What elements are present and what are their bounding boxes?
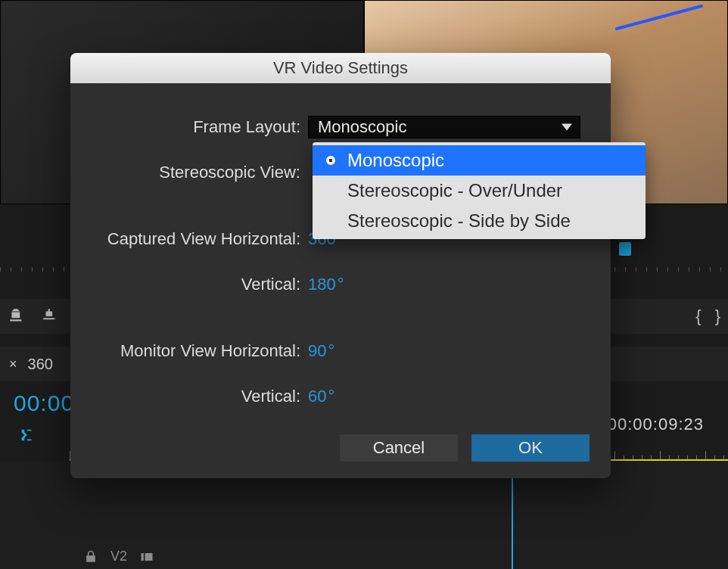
- option-label: Stereoscopic - Side by Side: [347, 210, 571, 232]
- frame-layout-select[interactable]: Monoscopic: [308, 116, 580, 138]
- snap-icon[interactable]: [17, 427, 36, 446]
- monitor-vertical-label: Vertical:: [92, 387, 308, 406]
- toggle-track-output-icon[interactable]: [139, 549, 154, 564]
- ok-button[interactable]: OK: [471, 434, 590, 462]
- chevron-down-icon: [562, 124, 572, 131]
- frame-layout-option[interactable]: Monoscopic: [313, 145, 646, 176]
- captured-horizontal-label: Captured View Horizontal:: [92, 229, 308, 249]
- radio-selected-icon: [326, 156, 335, 165]
- cancel-button[interactable]: Cancel: [340, 434, 458, 462]
- captured-vertical-value[interactable]: 180°: [308, 275, 344, 294]
- monitor-vertical-value[interactable]: 60°: [308, 387, 334, 406]
- frame-layout-selected-value: Monoscopic: [318, 117, 406, 137]
- mark-out-icon[interactable]: }: [715, 306, 720, 326]
- export-frame-icon[interactable]: [8, 308, 27, 325]
- option-label: Stereoscopic - Over/Under: [347, 180, 562, 201]
- option-label: Monoscopic: [347, 150, 444, 171]
- track-header[interactable]: V2: [83, 549, 154, 564]
- close-sequence-icon[interactable]: ×: [9, 356, 17, 372]
- ruler-timecode: 00:00:09:23: [608, 415, 704, 434]
- playhead-marker-icon[interactable]: [619, 242, 631, 256]
- frame-layout-option[interactable]: Stereoscopic - Over/Under: [313, 176, 646, 206]
- lock-icon[interactable]: [83, 549, 98, 564]
- dialog-title: VR Video Settings: [70, 53, 611, 83]
- mark-in-icon[interactable]: {: [695, 306, 701, 326]
- track-label-text: V2: [110, 549, 127, 564]
- frame-layout-label: Frame Layout:: [92, 117, 308, 137]
- captured-vertical-label: Vertical:: [92, 275, 308, 294]
- stereoscopic-view-label: Stereoscopic View:: [92, 163, 308, 182]
- frame-layout-dropdown[interactable]: MonoscopicStereoscopic - Over/UnderStere…: [313, 142, 646, 239]
- insert-icon[interactable]: [41, 308, 61, 325]
- current-timecode[interactable]: 00:00: [14, 390, 74, 416]
- monitor-horizontal-label: Monitor View Horizontal:: [92, 341, 308, 361]
- vr-video-settings-dialog: VR Video Settings Frame Layout: Monoscop…: [70, 53, 611, 478]
- sequence-tab-name[interactable]: 360: [28, 356, 53, 373]
- frame-layout-option[interactable]: Stereoscopic - Side by Side: [313, 206, 646, 236]
- monitor-horizontal-value[interactable]: 90°: [308, 341, 334, 361]
